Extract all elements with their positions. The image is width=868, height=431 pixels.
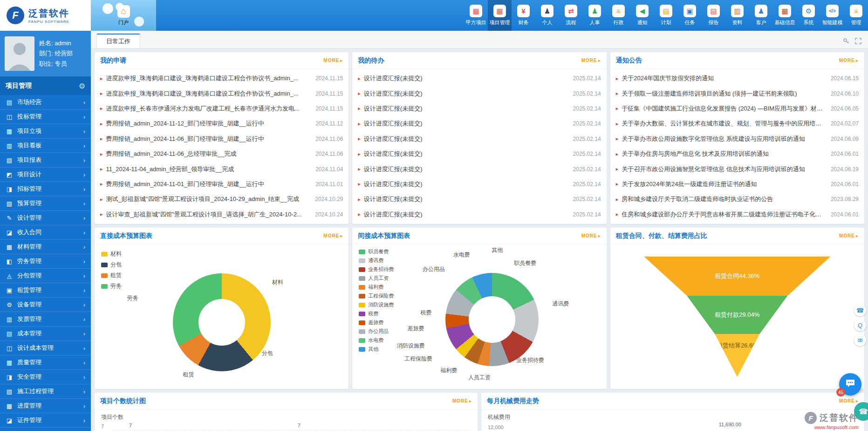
legend-item[interactable]: 业务招待费 xyxy=(359,266,394,273)
gear-icon[interactable]: ⚙ xyxy=(79,82,85,90)
sidebar-item[interactable]: ◧劳务管理› xyxy=(0,254,91,269)
nav-item[interactable]: ⇄流程 xyxy=(559,0,583,31)
nav-item[interactable]: ♟客户 xyxy=(749,0,773,31)
list-item[interactable]: ▸进度款申报_珠海鹤港口建设_珠海鹤港口建设工程合作协议书_admin_...2… xyxy=(100,90,343,98)
list-item[interactable]: ▸费用报销_admin_2024-11-12_部门经理审批_胡建__运行中202… xyxy=(100,119,343,128)
sidebar-item[interactable]: ▩材料管理› xyxy=(0,240,91,254)
key-icon[interactable] xyxy=(843,38,849,44)
sidebar-item[interactable]: ▦质量管理› xyxy=(0,355,91,370)
nav-item[interactable]: ▤计划 xyxy=(654,0,678,31)
nav-item[interactable]: ⚙系统 xyxy=(797,0,820,31)
nav-item[interactable]: ▤报告 xyxy=(702,0,725,31)
sidebar-item[interactable]: ◫设计成本管理› xyxy=(0,341,91,355)
legend-item[interactable]: 通讯费 xyxy=(359,257,394,264)
sidebar-item[interactable]: ▣租赁管理› xyxy=(0,283,91,298)
sidebar-item[interactable]: ▨预算管理› xyxy=(0,196,91,211)
list-item[interactable]: ▸关于召开市政公用设施智慧化管理信息 信息技术与应用培训班的通知2024.06.… xyxy=(616,165,859,174)
sidebar-item[interactable]: ◨安全管理› xyxy=(0,370,91,384)
more-link[interactable]: MORE▸ xyxy=(839,58,859,63)
list-item[interactable]: ▸设计进度汇报(未提交)2025.02.14 xyxy=(358,104,601,113)
list-item[interactable]: ▸设计进度汇报(未提交)2025.02.14 xyxy=(358,150,601,158)
list-item[interactable]: ▸设计进度汇报(未提交)2025.02.14 xyxy=(358,90,601,98)
list-item[interactable]: ▸进度款申报_珠海鹤港口建设_珠海鹤港口建设工程合作协议书_admin_...2… xyxy=(100,74,343,83)
list-item[interactable]: ▸设计进度汇报(未提交)2025.02.14 xyxy=(358,180,601,188)
list-item[interactable]: ▸11_2024-11-04_admin_经营部_领导审批__完成2024.11… xyxy=(100,165,343,174)
list-item[interactable]: ▸费用报销_admin_2024-11-06_总经理审批__完成2024.11.… xyxy=(100,150,343,158)
sidebar-item[interactable]: ▦项目立项› xyxy=(0,124,91,139)
legend-item[interactable]: 办公用品 xyxy=(359,328,394,335)
list-item[interactable]: ▸关于举办住房与房地产信息化 技术及应用培训班的通知2024.06.01 xyxy=(616,150,859,158)
list-item[interactable]: ▸费用报销_admin_2024-11-06_部门经理审批_胡建__运行中202… xyxy=(100,135,343,143)
nav-item[interactable]: ♟个人 xyxy=(535,0,559,31)
more-link[interactable]: MORE▸ xyxy=(581,58,601,63)
list-item[interactable]: ▸关于2024年国庆节放假安排的通知2024.06.15 xyxy=(616,74,859,83)
sidebar-item[interactable]: ▧施工过程管理› xyxy=(0,384,91,399)
service-mail-icon[interactable]: ✉ xyxy=(854,334,866,346)
sidebar-item[interactable]: ◪证件管理› xyxy=(0,413,91,428)
nav-item[interactable]: ▦项目管理 xyxy=(488,0,512,31)
nav-item-portal[interactable]: ⌂ 门户 xyxy=(91,0,156,31)
list-item[interactable]: ▸费用报销_admin_2024-11-01_部门经理审批_胡建__运行中202… xyxy=(100,180,343,188)
legend-item[interactable]: 职员餐费 xyxy=(359,248,394,255)
service-qq-icon[interactable]: Q xyxy=(854,319,866,331)
tab-daily-work[interactable]: 日常工作 xyxy=(96,34,140,48)
sidebar-item[interactable]: ◩项目设计› xyxy=(0,167,91,182)
nav-item[interactable]: ▥资料 xyxy=(725,0,749,31)
sidebar-item[interactable]: ▤市场经营› xyxy=(0,95,91,110)
nav-item[interactable]: ≡管理 xyxy=(844,0,868,31)
more-link[interactable]: MORE▸ xyxy=(581,233,601,238)
legend-item[interactable]: 租赁 xyxy=(101,271,122,279)
list-item[interactable]: ▸于征集《中国建筑施工行业信息化发展报告 (2024) —BIM应用与发展》材料… xyxy=(616,104,859,113)
nav-item[interactable]: ▣任务 xyxy=(678,0,702,31)
sidebar-item[interactable]: ▥项目看板› xyxy=(0,139,91,153)
list-item[interactable]: ▸设计进度汇报(未提交)2025.02.14 xyxy=(358,135,601,143)
legend-item[interactable]: 工程保险费 xyxy=(359,292,394,299)
nav-item[interactable]: ¥财务 xyxy=(512,0,535,31)
legend-item[interactable]: 差旅费 xyxy=(359,319,394,326)
list-item[interactable]: ▸关于发放2024年第24批一级建造师注册证书的通知2024.06.01 xyxy=(616,180,859,188)
legend-item[interactable]: 税费 xyxy=(359,310,394,317)
sidebar-item[interactable]: ◬分包管理› xyxy=(0,269,91,283)
list-item[interactable]: ▸设计进度汇报(未提交)2025.02.14 xyxy=(358,210,601,219)
nav-item[interactable]: ▦甲方项目 xyxy=(464,0,488,31)
expand-icon[interactable] xyxy=(855,38,861,44)
more-link[interactable]: MORE▸ xyxy=(323,58,343,63)
legend-item[interactable]: 劳务 xyxy=(101,282,122,290)
more-link[interactable]: MORE▸ xyxy=(839,398,859,403)
more-link[interactable]: MORE▸ xyxy=(839,233,859,238)
list-item[interactable]: ▸设计进度汇报(未提交)2025.02.14 xyxy=(358,195,601,203)
list-item[interactable]: ▸关于举办大数据、云计算技术在城市建设、规划、管理与服务中的应用培训班...20… xyxy=(616,119,859,128)
sidebar-item[interactable]: ▩进度管理› xyxy=(0,399,91,413)
legend-item[interactable]: 水电费 xyxy=(359,337,394,344)
sidebar-item[interactable]: ◫投标管理› xyxy=(0,110,91,124)
sidebar-item[interactable]: ▤成本管理› xyxy=(0,327,91,341)
chat-button[interactable]: 45 xyxy=(839,373,861,396)
more-link[interactable]: MORE▸ xyxy=(452,398,472,403)
list-item[interactable]: ▸房和城乡建设厅关于取消二级建造师临时执业证书的公告2023.08.29 xyxy=(616,195,859,203)
list-item[interactable]: ▸测试_彭祖新城"四馆"景观工程设计项目_2024-10-29_admin_结束… xyxy=(100,195,343,203)
nav-item[interactable]: </>智能建模 xyxy=(820,0,844,31)
nav-item[interactable]: ♟人事 xyxy=(583,0,607,31)
list-item[interactable]: ▸设计进度汇报(未提交)2025.02.14 xyxy=(358,165,601,174)
list-item[interactable]: ▸关于举办市政公用设施数字化管理信息 系统建设与应用培训班的通知2024.06.… xyxy=(616,135,859,143)
watermark-url[interactable]: www.fanpusoft.com xyxy=(805,424,859,430)
list-item[interactable]: ▸设计进度汇报(未提交)2025.02.14 xyxy=(358,119,601,128)
legend-item[interactable]: 人员工资 xyxy=(359,275,394,282)
nav-item[interactable]: ▦基础信息 xyxy=(773,0,797,31)
list-item[interactable]: ▸关于领取一级注册建造师培训项目的通知 (须持一建证书前来领取)2024.06.… xyxy=(616,90,859,98)
fanpu-logo[interactable]: F 泛普软件 FANPU SOFTWARE xyxy=(0,0,91,31)
service-phone-icon[interactable]: ☎ xyxy=(854,304,866,316)
legend-item[interactable]: 消防设施费 xyxy=(359,301,394,308)
list-item[interactable]: ▸住房和城乡建设部办公厅关于同意吉林省开展二级建造师注册证书电子化试点...20… xyxy=(616,210,859,219)
more-link[interactable]: MORE▸ xyxy=(323,233,343,238)
list-item[interactable]: ▸进度款申报_长春市伊通河水力发电厂改建工程_长春市伊通河水力发电...2024… xyxy=(100,104,343,113)
nav-item[interactable]: ≡行政 xyxy=(607,0,630,31)
legend-item[interactable]: 其他 xyxy=(359,346,394,353)
sidebar-item[interactable]: ▧项目报表› xyxy=(0,153,91,167)
legend-item[interactable]: 材料 xyxy=(101,250,122,258)
sidebar-item[interactable]: ◪收入合同› xyxy=(0,225,91,240)
sidebar-item[interactable]: ▥发票管理› xyxy=(0,312,91,327)
list-item[interactable]: ▸设计审查_彭祖新城"四馆"景观工程设计项目_请选择_胡广生_2024-10-2… xyxy=(100,210,343,219)
sidebar-item[interactable]: ◨招标管理› xyxy=(0,182,91,196)
nav-item[interactable]: ◀通知 xyxy=(630,0,654,31)
